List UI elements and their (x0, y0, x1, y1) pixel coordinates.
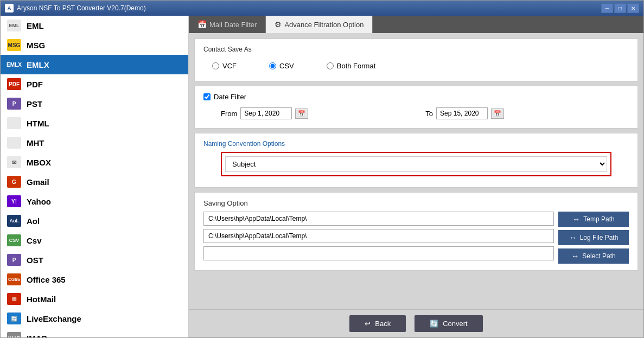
main-window: A Aryson NSF To PST Converter V20.7(Demo… (0, 0, 644, 338)
date-filter-panel: Date Filter From 📅 To 📅 (194, 86, 638, 129)
tab-label-mail-date-filter: Mail Date Filter (209, 21, 257, 29)
sidebar-item-csv[interactable]: CSV Csv (1, 231, 188, 250)
tab-icon-advance-filtration: ⚙ (275, 20, 282, 29)
back-label: Back (375, 320, 391, 328)
sidebar-label-pdf: PDF (27, 80, 43, 89)
sidebar-label-imap: IMAP (27, 334, 47, 338)
sidebar-item-hotmail[interactable]: ✉ HotMail (1, 289, 188, 309)
from-calendar-btn[interactable]: 📅 (295, 109, 308, 119)
convert-button[interactable]: 🔄 Convert (415, 315, 483, 332)
minimize-button[interactable]: ─ (601, 3, 613, 13)
sidebar-item-yahoo[interactable]: Y! Yahoo (1, 192, 188, 211)
sidebar-item-liveexchange[interactable]: 🔄 LiveExchange (1, 309, 188, 328)
sidebar-icon-mht (7, 137, 21, 149)
sidebar-icon-html (7, 117, 21, 129)
sidebar-item-emlx[interactable]: EMLX EMLX (1, 55, 188, 74)
sidebar-item-eml[interactable]: EML EML (1, 16, 188, 35)
contact-save-as-panel: Contact Save As VCF CSV Both Format (194, 39, 638, 81)
tab-mail-date-filter[interactable]: 📅 Mail Date Filter (189, 16, 266, 33)
sidebar-item-html[interactable]: HTML (1, 113, 188, 133)
back-icon: ↩ (365, 320, 371, 328)
log-file-path-btn[interactable]: ↔ Log File Path (558, 230, 629, 245)
contact-save-as-options: VCF CSV Both Format (203, 58, 629, 74)
sidebar-label-aol: Aol (27, 216, 40, 226)
to-date-input[interactable] (436, 107, 488, 119)
naming-convention-select[interactable]: SubjectDateFromToSubject+Date (225, 156, 607, 172)
sidebar-item-imap[interactable]: IMAP IMAP (1, 328, 188, 337)
sidebar-item-mbox[interactable]: ✉ MBOX (1, 152, 188, 172)
radio-both-input[interactable] (327, 62, 334, 69)
sidebar: EML EML MSG MSG EMLX EMLX PDF PDF P PST … (1, 16, 189, 337)
select-path-btn-label: Select Path (582, 252, 615, 260)
from-label: From (221, 110, 237, 118)
tab-icon-mail-date-filter: 📅 (197, 20, 207, 29)
main-content: EML EML MSG MSG EMLX EMLX PDF PDF P PST … (1, 16, 643, 337)
sidebar-item-aol[interactable]: Aol. Aol (1, 211, 188, 231)
select-path-btn[interactable]: ↔ Select Path (558, 248, 629, 264)
from-date-field: From 📅 (221, 107, 308, 119)
sidebar-icon-csv: CSV (7, 234, 21, 246)
sidebar-item-pdf[interactable]: PDF PDF (1, 74, 188, 94)
contact-save-as-label: Contact Save As (203, 46, 629, 53)
date-filter-checkbox[interactable] (203, 93, 211, 100)
convert-label: Convert (443, 320, 468, 328)
sidebar-label-eml: EML (27, 21, 44, 30)
to-calendar-btn[interactable]: 📅 (491, 109, 504, 119)
sidebar-label-gmail: Gmail (27, 177, 49, 187)
temp-path-btn-label: Temp Path (583, 215, 614, 223)
sidebar-icon-msg: MSG (7, 39, 21, 51)
select-path-input[interactable] (203, 246, 554, 260)
sidebar-item-office365[interactable]: O365 Office 365 (1, 270, 188, 289)
date-inputs: From 📅 To 📅 (203, 105, 629, 122)
content-area: Contact Save As VCF CSV Both Format (189, 33, 643, 309)
sidebar-item-msg[interactable]: MSG MSG (1, 35, 188, 55)
radio-csv-input[interactable] (269, 62, 276, 69)
tab-bar: 📅 Mail Date Filter ⚙ Advance Filtration … (189, 16, 643, 33)
radio-both-label: Both Format (337, 62, 376, 70)
from-date-input[interactable] (240, 107, 292, 119)
to-date-field: To 📅 (425, 107, 504, 119)
sidebar-icon-aol: Aol. (7, 215, 21, 227)
sidebar-label-yahoo: Yahoo (27, 197, 51, 206)
saving-option-label: Saving Option (203, 199, 629, 207)
sidebar-item-ost[interactable]: P OST (1, 250, 188, 270)
naming-convention-label: Naming Convention Options (203, 140, 629, 148)
sidebar-label-emlx: EMLX (27, 60, 49, 69)
sidebar-icon-gmail: G (7, 176, 21, 188)
temp-path-btn[interactable]: ↔ Temp Path (558, 212, 629, 227)
radio-vcf-input[interactable] (212, 62, 219, 69)
sidebar-item-mht[interactable]: MHT (1, 133, 188, 152)
radio-csv-label: CSV (279, 62, 294, 70)
sidebar-label-html: HTML (27, 119, 49, 128)
title-bar-left: A Aryson NSF To PST Converter V20.7(Demo… (5, 4, 146, 12)
back-button[interactable]: ↩ Back (349, 315, 406, 332)
log-file-path-btn-label: Log File Path (580, 234, 619, 241)
log-file-path-input[interactable] (203, 229, 554, 243)
tab-advance-filtration[interactable]: ⚙ Advance Filtration Option (266, 16, 373, 33)
sidebar-icon-emlx: EMLX (7, 59, 21, 71)
close-button[interactable]: ✕ (627, 3, 639, 13)
convert-icon: 🔄 (430, 320, 438, 328)
naming-select-wrapper: SubjectDateFromToSubject+Date (221, 152, 611, 176)
radio-vcf-label: VCF (222, 62, 237, 70)
maximize-button[interactable]: □ (614, 3, 626, 13)
radio-vcf[interactable]: VCF (212, 62, 237, 70)
saving-option-panel: Saving Option ↔ Temp Path (194, 192, 638, 271)
app-icon: A (5, 4, 14, 12)
sidebar-item-gmail[interactable]: G Gmail (1, 172, 188, 192)
temp-path-input[interactable] (203, 212, 554, 226)
radio-both[interactable]: Both Format (327, 62, 376, 70)
naming-convention-panel: Naming Convention Options SubjectDateFro… (194, 133, 638, 188)
sidebar-icon-liveexchange: 🔄 (7, 313, 21, 324)
saving-buttons: ↔ Temp Path ↔ Log File Path ↔ Select Pat… (558, 212, 629, 264)
sidebar-item-pst[interactable]: P PST (1, 94, 188, 113)
title-bar: A Aryson NSF To PST Converter V20.7(Demo… (1, 1, 643, 16)
sidebar-icon-office365: O365 (7, 273, 21, 285)
temp-path-icon: ↔ (572, 215, 580, 224)
sidebar-label-pst: PST (27, 99, 42, 109)
sidebar-icon-ost: P (7, 254, 21, 266)
date-filter-text: Date Filter (214, 93, 246, 101)
to-label: To (425, 110, 433, 118)
sidebar-label-msg: MSG (27, 41, 45, 50)
radio-csv[interactable]: CSV (269, 62, 294, 70)
